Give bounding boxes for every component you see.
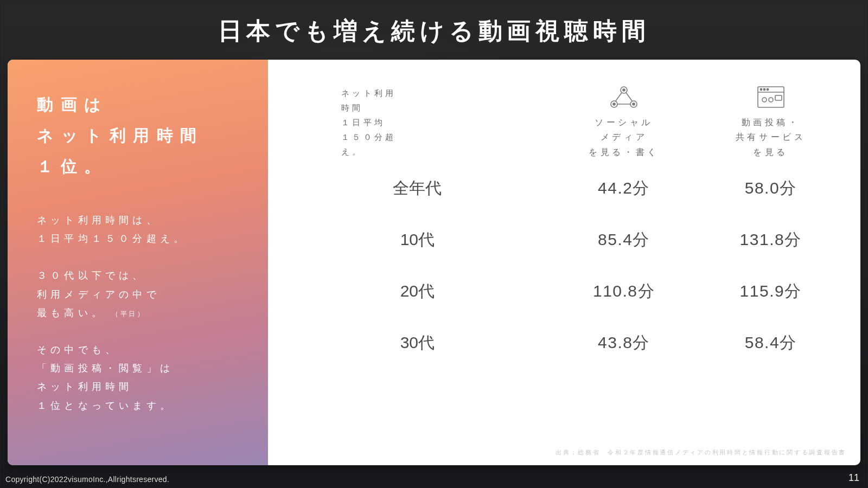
svg-point-6 xyxy=(623,89,625,91)
slide: 日本でも増え続ける動画視聴時間 動画は ネット利用時間 １位。 ネット利用時間は… xyxy=(0,0,868,488)
sub-line: １日平均１５０分超え。 xyxy=(37,233,187,244)
table-row-label: 全年代 xyxy=(284,163,551,214)
table-cell: 44.2分 xyxy=(551,163,698,214)
page-number: 11 xyxy=(848,472,859,484)
hdr-line: を見る・書く xyxy=(589,147,659,157)
svg-point-7 xyxy=(613,103,615,105)
headline-line: ネット利用時間 xyxy=(37,126,204,144)
svg-rect-16 xyxy=(775,95,782,100)
table-row-label: 30代 xyxy=(284,317,551,369)
svg-point-13 xyxy=(767,89,768,91)
table-header-video: 動画投稿・ 共有サービス を見る xyxy=(697,81,844,163)
table-header-social: ソーシャル メディア を見る・書く xyxy=(551,81,698,163)
svg-line-4 xyxy=(626,93,632,101)
sub-line: その中でも、 xyxy=(37,344,119,355)
hdr-line: 動画投稿・ xyxy=(742,118,800,127)
hdr-line: １５０分超え。 xyxy=(341,132,396,156)
sub-line: ３０代以下では、 xyxy=(37,270,146,281)
headline: 動画は ネット利用時間 １位。 xyxy=(37,89,246,182)
video-share-window-icon xyxy=(755,85,787,110)
table-header-col1 xyxy=(404,81,551,163)
table-row-label: 20代 xyxy=(284,266,551,317)
table-cell: 43.8分 xyxy=(551,317,698,369)
svg-line-3 xyxy=(616,93,622,101)
right-panel: ネット利用時間 １日平均 １５０分超え。 ソーシャル xyxy=(268,60,860,465)
sub-line: 利用メディアの中で xyxy=(37,289,160,300)
sub-line: 「動画投稿・閲覧」は xyxy=(37,363,174,374)
table-row-label: 10代 xyxy=(284,214,551,266)
hdr-line: を見る xyxy=(753,147,788,157)
people-network-icon xyxy=(608,85,640,110)
svg-point-15 xyxy=(769,98,773,102)
hdr-line: ネット利用時間 xyxy=(341,88,396,112)
sub-paragraph: その中でも、 「動画投稿・閲覧」は ネット利用時間 １位となっています。 xyxy=(37,341,246,415)
headline-line: １位。 xyxy=(37,157,108,175)
sub-note: （平日） xyxy=(112,310,145,318)
content-card: 動画は ネット利用時間 １位。 ネット利用時間は、 １日平均１５０分超え。 ３０… xyxy=(8,60,860,465)
hdr-line: 共有サービス xyxy=(736,132,806,142)
hdr-line: ソーシャル xyxy=(595,118,653,127)
svg-point-14 xyxy=(762,98,767,102)
table-cell: 131.8分 xyxy=(697,214,844,266)
table-header-col0: ネット利用時間 １日平均 １５０分超え。 xyxy=(284,86,404,159)
sub-paragraph: ３０代以下では、 利用メディアの中で 最も高い。 （平日） xyxy=(37,266,246,322)
sub-paragraph: ネット利用時間は、 １日平均１５０分超え。 xyxy=(37,211,246,248)
table-cell: 85.4分 xyxy=(551,214,698,266)
hdr-line: １日平均 xyxy=(341,118,385,127)
hdr-line: メディア xyxy=(601,132,647,142)
left-panel: 動画は ネット利用時間 １位。 ネット利用時間は、 １日平均１５０分超え。 ３０… xyxy=(8,60,268,465)
svg-point-8 xyxy=(633,103,635,105)
page-title: 日本でも増え続ける動画視聴時間 xyxy=(0,15,868,47)
copyright: Copyright(C)2022visumoInc.,Allrightsrese… xyxy=(5,475,169,484)
source-note: 出典：総務省 令和２年度情報通信メディアの利用時間と情報行動に関する調査報告書 xyxy=(556,448,846,457)
table-cell: 58.4分 xyxy=(697,317,844,369)
table-cell: 110.8分 xyxy=(551,266,698,317)
sub-line: １位となっています。 xyxy=(37,400,174,411)
data-table: ネット利用時間 １日平均 １５０分超え。 ソーシャル xyxy=(284,81,844,369)
sub-line: 最も高い。 xyxy=(37,307,105,318)
table-cell: 115.9分 xyxy=(697,266,844,317)
sub-line: ネット利用時間 xyxy=(37,381,132,392)
headline-line: 動画は xyxy=(37,95,108,113)
table-cell: 58.0分 xyxy=(697,163,844,214)
svg-point-11 xyxy=(760,89,762,91)
subtext: ネット利用時間は、 １日平均１５０分超え。 ３０代以下では、 利用メディアの中で… xyxy=(37,211,246,415)
svg-point-12 xyxy=(763,89,765,91)
sub-line: ネット利用時間は、 xyxy=(37,215,160,226)
